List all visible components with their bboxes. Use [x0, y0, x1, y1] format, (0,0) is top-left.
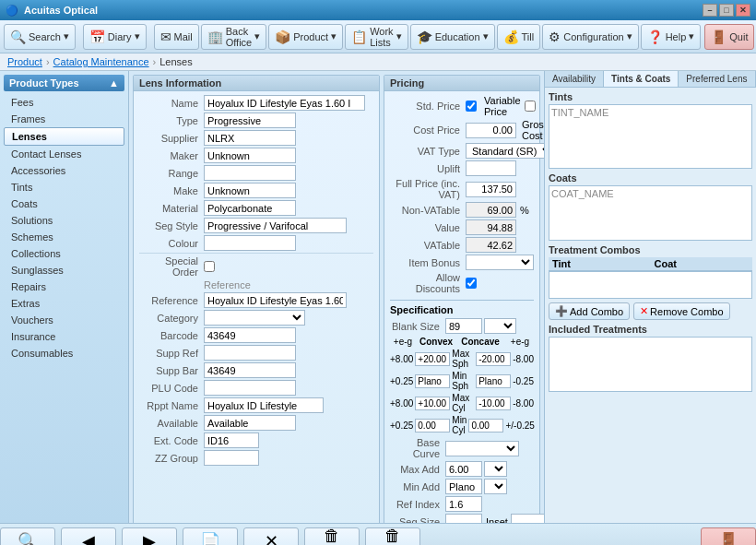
- non-vatable-input[interactable]: [466, 202, 516, 218]
- material-input[interactable]: [204, 200, 296, 216]
- max-sph-conc-input[interactable]: [476, 352, 511, 366]
- sidebar-item-tints[interactable]: Tints: [4, 179, 124, 195]
- base-curve-select[interactable]: [445, 441, 519, 456]
- close-window-btn[interactable]: ✕: [736, 4, 750, 17]
- clear-avail-btn[interactable]: 🗑 Clear Availability: [365, 527, 420, 546]
- sidebar-item-frames[interactable]: Frames: [4, 111, 124, 127]
- sidebar-item-accessories[interactable]: Accessories: [4, 162, 124, 179]
- sidebar-item-coats[interactable]: Coats: [4, 195, 124, 212]
- item-bonus-select[interactable]: [466, 255, 534, 270]
- zz-group-input[interactable]: [204, 450, 259, 466]
- diary-btn[interactable]: 📅 Diary ▾: [83, 24, 147, 50]
- back-office-btn[interactable]: 🏢 Back Office ▾: [201, 24, 267, 50]
- vatable-input[interactable]: [466, 237, 516, 253]
- cancel-icon: ✕: [265, 531, 278, 546]
- full-price-input[interactable]: [466, 182, 516, 197]
- next-btn[interactable]: ▶ Next: [122, 527, 177, 546]
- vat-type-select[interactable]: Standard (SR): [466, 143, 544, 159]
- special-order-label: Special Order: [139, 255, 204, 278]
- sidebar-item-schemes[interactable]: Schemes: [4, 229, 124, 245]
- prev-btn[interactable]: ◀ Prev: [61, 527, 116, 546]
- seg-style-input[interactable]: [204, 218, 347, 233]
- rppt-name-input[interactable]: [204, 397, 324, 413]
- make-input[interactable]: [204, 183, 296, 198]
- max-cyl-conc-input[interactable]: [476, 397, 511, 410]
- quit-btn[interactable]: 🚪 Quit: [704, 24, 754, 50]
- clear-pricing-btn[interactable]: 🗑 Clear Pricing: [304, 527, 360, 546]
- sidebar-item-solutions[interactable]: Solutions: [4, 212, 124, 229]
- sidebar-item-insurance[interactable]: Insurance: [4, 328, 124, 345]
- supplier-input[interactable]: [204, 130, 296, 146]
- value-input[interactable]: [466, 219, 516, 235]
- sidebar-item-collections[interactable]: Collections: [4, 245, 124, 262]
- min-add-input[interactable]: [445, 479, 482, 494]
- range-input[interactable]: [204, 165, 296, 181]
- special-order-checkbox[interactable]: [204, 261, 215, 272]
- variable-price-checkbox[interactable]: [525, 101, 536, 112]
- config-btn[interactable]: ⚙ Configuration ▾: [542, 24, 638, 50]
- name-input[interactable]: [204, 95, 365, 111]
- supp-ref-input[interactable]: [204, 345, 296, 361]
- colour-input[interactable]: [204, 235, 296, 251]
- max-sph-conv-input[interactable]: [415, 352, 450, 366]
- max-add-select[interactable]: ▾: [484, 461, 507, 477]
- add-combo-btn[interactable]: ➕ Add Combo: [549, 302, 630, 320]
- tab-preferred-lens[interactable]: Preferred Lens: [679, 71, 755, 87]
- close-btn[interactable]: 🚪 Close: [701, 527, 756, 546]
- sidebar-item-consumables[interactable]: Consumables: [4, 345, 124, 361]
- seg-size-input[interactable]: [445, 514, 482, 523]
- search-bottom-btn[interactable]: 🔍 Search: [0, 527, 55, 546]
- sidebar-collapse-icon[interactable]: ▲: [109, 77, 119, 89]
- max-add-input[interactable]: [445, 461, 482, 477]
- blank-size-input[interactable]: [445, 318, 482, 334]
- std-price-checkbox[interactable]: [466, 101, 477, 112]
- allow-discounts-checkbox[interactable]: [466, 278, 477, 289]
- cost-price-input[interactable]: [466, 123, 516, 138]
- barcode-input[interactable]: [204, 327, 296, 343]
- cancel-btn[interactable]: ✕ Cancel: [243, 527, 299, 546]
- sidebar-item-vouchers[interactable]: Vouchers: [4, 312, 124, 328]
- education-btn[interactable]: 🎓 Education ▾: [410, 24, 495, 50]
- help-btn[interactable]: ❓ Help ▾: [641, 24, 702, 50]
- product-btn[interactable]: 📦 Product ▾: [268, 24, 343, 50]
- available-input[interactable]: [204, 415, 296, 431]
- category-select[interactable]: [204, 310, 305, 326]
- reference-input[interactable]: [204, 292, 347, 308]
- clear-pricing-icon: 🗑: [324, 527, 340, 546]
- breadcrumb-product[interactable]: Product: [7, 56, 42, 67]
- insert-btn[interactable]: 📄 Insert: [183, 527, 238, 546]
- gross-cost-label: Gross Cost: [522, 119, 544, 141]
- tab-tints-coats[interactable]: Tints & Coats: [604, 71, 679, 87]
- supp-bar-input[interactable]: [204, 362, 296, 378]
- inset-input[interactable]: [511, 514, 544, 523]
- sidebar-item-repairs[interactable]: Repairs: [4, 278, 124, 295]
- minimize-btn[interactable]: –: [703, 4, 717, 17]
- work-lists-btn[interactable]: 📋 Work Lists ▾: [345, 24, 408, 50]
- uplift-input[interactable]: [466, 160, 516, 176]
- remove-combo-btn[interactable]: ✕ Remove Combo: [633, 302, 729, 320]
- sidebar-item-sunglasses[interactable]: Sunglasses: [4, 262, 124, 278]
- sidebar-item-fees[interactable]: Fees: [4, 94, 124, 111]
- sidebar-item-contact-lenses[interactable]: Contact Lenses: [4, 146, 124, 162]
- min-sph-conv-input[interactable]: [415, 374, 450, 388]
- maker-input[interactable]: [204, 148, 296, 163]
- min-add-select[interactable]: ▾: [484, 479, 507, 494]
- breadcrumb-catalog[interactable]: Catalog Maintenance: [53, 56, 149, 67]
- till-btn[interactable]: 💰 Till: [497, 24, 541, 50]
- ref-index-input[interactable]: [445, 496, 482, 512]
- mail-btn[interactable]: ✉ Mail: [154, 24, 199, 50]
- blank-size-select[interactable]: [484, 318, 516, 334]
- maximize-btn[interactable]: □: [719, 4, 734, 17]
- full-price-label: Full Price (inc. VAT): [390, 178, 464, 200]
- search-toolbar-btn[interactable]: 🔍 Search ▾: [4, 24, 76, 50]
- min-cyl-conv-input[interactable]: [415, 419, 450, 432]
- sidebar-item-lenses[interactable]: Lenses: [4, 127, 124, 146]
- sidebar-item-extras[interactable]: Extras: [4, 295, 124, 312]
- min-cyl-conc-input[interactable]: [468, 419, 503, 432]
- min-sph-conc-input[interactable]: [476, 374, 511, 388]
- max-cyl-conv-input[interactable]: [415, 397, 450, 410]
- tab-availability[interactable]: Availability: [545, 71, 604, 87]
- type-input[interactable]: [204, 113, 296, 128]
- plu-code-input[interactable]: [204, 380, 296, 396]
- ext-code-input[interactable]: [204, 432, 259, 448]
